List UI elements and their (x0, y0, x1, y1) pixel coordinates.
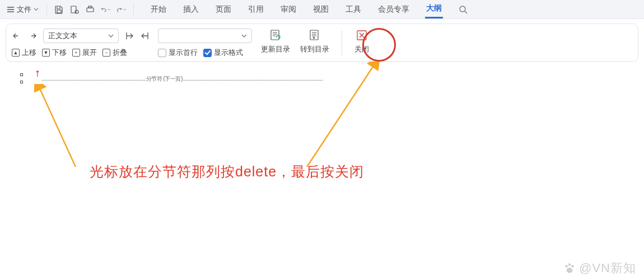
outline-bullet (20, 73, 23, 76)
ribbon-tabs: 开始 插入 页面 引用 审阅 视图 工具 会员专享 大纲 (150, 0, 469, 18)
chevron-down-icon (241, 33, 247, 39)
watermark: @VN新知 (563, 260, 636, 277)
outline-bullet (20, 81, 23, 83)
move-up-button[interactable]: ▲ 上移 (12, 48, 36, 58)
minus-icon: − (102, 49, 110, 57)
demote-icon[interactable] (27, 31, 38, 41)
svg-rect-2 (87, 8, 94, 12)
arrow-up-icon: ▲ (12, 49, 20, 57)
show-first-label: 显示首行 (169, 48, 198, 58)
move-up-label: 上移 (22, 48, 36, 58)
svg-point-10 (565, 265, 568, 268)
show-format-checkbox[interactable]: 显示格式 (203, 48, 243, 58)
tab-search[interactable] (458, 0, 469, 18)
tab-outline[interactable]: 大纲 (425, 0, 443, 18)
undo-icon[interactable] (101, 4, 111, 15)
print-preview-icon[interactable] (85, 4, 95, 15)
goto-toc-icon (309, 29, 321, 42)
arrow-down-icon: ▼ (42, 49, 50, 57)
svg-point-13 (567, 268, 573, 273)
expand-label: 展开 (82, 48, 97, 58)
svg-rect-3 (88, 6, 92, 8)
cursor-marker (36, 69, 39, 77)
separator (342, 30, 342, 56)
chevron-down-icon (108, 7, 111, 12)
promote-heading-icon[interactable] (124, 31, 134, 41)
tab-insert[interactable]: 插入 (182, 0, 200, 18)
update-toc-icon (269, 29, 282, 42)
outline-level-select[interactable]: 正文文本 (43, 29, 119, 43)
svg-point-4 (460, 6, 465, 12)
show-format-label: 显示格式 (214, 48, 243, 58)
checkbox-unchecked-icon (158, 49, 166, 57)
section-break-line: ........................................… (41, 75, 323, 83)
demote-body-icon[interactable] (140, 31, 150, 41)
menu-icon (7, 6, 15, 13)
top-bar: 文件 开始 插入 页面 引用 审阅 视图 工具 会员专享 大纲 (0, 0, 644, 19)
tab-review[interactable]: 审阅 (279, 0, 297, 18)
tab-start[interactable]: 开始 (150, 0, 167, 18)
goto-toc-label: 转到目录 (300, 44, 329, 54)
svg-point-1 (75, 10, 78, 13)
svg-rect-0 (71, 6, 76, 13)
collapse-label: 折叠 (113, 48, 127, 58)
print-icon[interactable] (69, 4, 80, 15)
plus-icon: + (72, 49, 80, 57)
update-toc-button[interactable]: 更新目录 (260, 29, 291, 54)
separator (133, 4, 134, 15)
promote-icon[interactable] (12, 31, 22, 41)
expand-button[interactable]: + 展开 (72, 48, 97, 58)
chevron-down-icon (108, 33, 114, 39)
paw-icon (563, 262, 576, 274)
file-menu[interactable]: 文件 (3, 3, 42, 16)
move-down-label: 下移 (52, 48, 67, 58)
show-level-select[interactable] (158, 29, 252, 43)
chevron-down-icon (34, 7, 39, 12)
save-icon[interactable] (54, 4, 64, 15)
annotation-text: 光标放在分节符那列按delete，最后按关闭 (90, 162, 364, 181)
tab-reference[interactable]: 引用 (247, 0, 265, 18)
separator (46, 4, 47, 15)
tab-view[interactable]: 视图 (312, 0, 330, 18)
tab-member[interactable]: 会员专享 (377, 0, 410, 18)
tab-tools[interactable]: 工具 (344, 0, 362, 18)
close-icon (356, 29, 367, 42)
goto-toc-button[interactable]: 转到目录 (299, 29, 330, 54)
chevron-down-icon (123, 7, 127, 12)
svg-point-11 (568, 263, 571, 266)
search-icon (459, 5, 468, 14)
svg-point-12 (571, 265, 574, 268)
checkbox-checked-icon (203, 49, 212, 57)
move-down-button[interactable]: ▼ 下移 (42, 48, 67, 58)
close-outline-button[interactable]: 关闭 (353, 29, 370, 54)
outline-level-label: 正文文本 (48, 31, 77, 41)
update-toc-label: 更新目录 (261, 44, 290, 54)
close-label: 关闭 (354, 44, 369, 54)
watermark-text: @VN新知 (579, 260, 636, 277)
file-menu-label: 文件 (17, 4, 31, 15)
tab-page[interactable]: 页面 (214, 0, 232, 18)
quick-access (52, 4, 129, 15)
collapse-button[interactable]: − 折叠 (102, 48, 127, 58)
outline-ribbon: 正文文本 ▲ 上移 ▼ 下移 + 展开 − (6, 24, 638, 62)
redo-icon[interactable] (116, 4, 127, 15)
show-first-line-checkbox[interactable]: 显示首行 (158, 48, 198, 58)
